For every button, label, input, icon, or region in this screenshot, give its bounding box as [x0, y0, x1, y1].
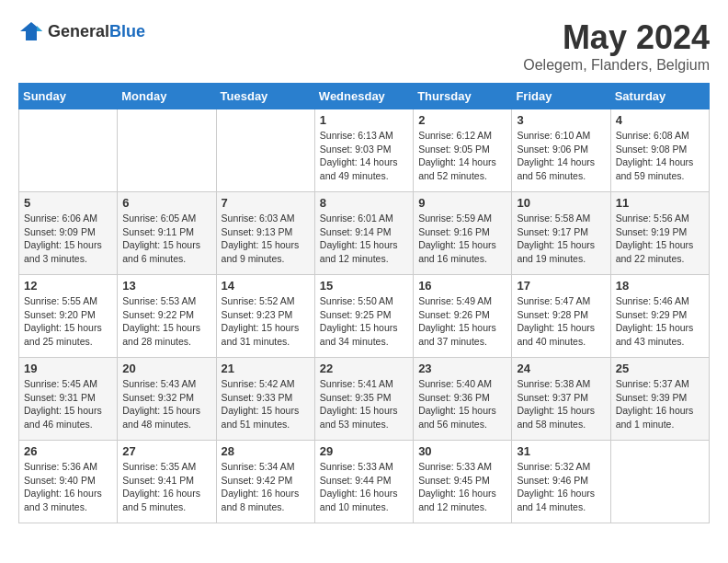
calendar-header: Sunday Monday Tuesday Wednesday Thursday… [19, 84, 710, 109]
cell-2-2: 14Sunrise: 5:52 AM Sunset: 9:23 PM Dayli… [216, 275, 314, 358]
week-row-2: 12Sunrise: 5:55 AM Sunset: 9:20 PM Dayli… [19, 275, 710, 358]
cell-3-2: 21Sunrise: 5:42 AM Sunset: 9:33 PM Dayli… [216, 358, 314, 441]
day-number-2-5: 17 [517, 279, 605, 293]
day-info-0-6: Sunrise: 6:08 AM Sunset: 9:08 PM Dayligh… [616, 129, 704, 183]
cell-4-6 [610, 441, 709, 523]
day-number-3-3: 22 [320, 362, 408, 375]
header-friday: Friday [512, 84, 610, 109]
day-number-4-4: 30 [418, 444, 506, 458]
cell-1-4: 9Sunrise: 5:59 AM Sunset: 9:16 PM Daylig… [414, 192, 512, 275]
month-title: May 2024 [523, 18, 710, 57]
day-info-3-5: Sunrise: 5:38 AM Sunset: 9:37 PM Dayligh… [517, 377, 605, 431]
day-info-2-0: Sunrise: 5:55 AM Sunset: 9:20 PM Dayligh… [24, 294, 112, 349]
logo-blue: Blue [109, 22, 145, 40]
day-info-3-3: Sunrise: 5:41 AM Sunset: 9:35 PM Dayligh… [320, 377, 408, 431]
day-number-4-1: 27 [122, 444, 210, 458]
day-info-3-4: Sunrise: 5:40 AM Sunset: 9:36 PM Dayligh… [418, 377, 506, 431]
cell-0-1 [118, 109, 216, 192]
cell-1-3: 8Sunrise: 6:01 AM Sunset: 9:14 PM Daylig… [314, 192, 413, 275]
cell-2-0: 12Sunrise: 5:55 AM Sunset: 9:20 PM Dayli… [19, 275, 118, 358]
day-info-4-3: Sunrise: 5:33 AM Sunset: 9:44 PM Dayligh… [320, 460, 408, 514]
day-info-1-5: Sunrise: 5:58 AM Sunset: 9:17 PM Dayligh… [517, 212, 605, 266]
day-info-3-2: Sunrise: 5:42 AM Sunset: 9:33 PM Dayligh… [222, 377, 310, 431]
cell-1-5: 10Sunrise: 5:58 AM Sunset: 9:17 PM Dayli… [512, 192, 610, 275]
day-info-4-0: Sunrise: 5:36 AM Sunset: 9:40 PM Dayligh… [24, 460, 112, 514]
header-row: Sunday Monday Tuesday Wednesday Thursday… [19, 84, 710, 109]
cell-1-6: 11Sunrise: 5:56 AM Sunset: 9:19 PM Dayli… [610, 192, 709, 275]
day-number-1-5: 10 [517, 196, 605, 210]
cell-3-6: 25Sunrise: 5:37 AM Sunset: 9:39 PM Dayli… [610, 358, 709, 441]
title-block: May 2024 Oelegem, Flanders, Belgium [523, 18, 710, 74]
day-info-2-1: Sunrise: 5:53 AM Sunset: 9:22 PM Dayligh… [122, 294, 210, 349]
calendar-body: 1Sunrise: 6:13 AM Sunset: 9:03 PM Daylig… [19, 109, 710, 523]
logo-general: General [48, 22, 109, 40]
day-number-2-1: 13 [122, 279, 210, 293]
day-info-1-3: Sunrise: 6:01 AM Sunset: 9:14 PM Dayligh… [320, 212, 408, 266]
day-info-2-5: Sunrise: 5:47 AM Sunset: 9:28 PM Dayligh… [517, 294, 605, 349]
cell-4-2: 28Sunrise: 5:34 AM Sunset: 9:42 PM Dayli… [216, 441, 314, 523]
header-saturday: Saturday [610, 84, 709, 109]
header-wednesday: Wednesday [314, 84, 413, 109]
header-tuesday: Tuesday [216, 84, 314, 109]
cell-2-3: 15Sunrise: 5:50 AM Sunset: 9:25 PM Dayli… [314, 275, 413, 358]
day-number-1-3: 8 [320, 196, 408, 210]
day-number-3-0: 19 [24, 362, 112, 375]
cell-0-2 [216, 109, 314, 192]
week-row-3: 19Sunrise: 5:45 AM Sunset: 9:31 PM Dayli… [19, 358, 710, 441]
day-number-4-2: 28 [222, 444, 310, 458]
day-info-1-1: Sunrise: 6:05 AM Sunset: 9:11 PM Dayligh… [122, 212, 210, 266]
day-info-2-3: Sunrise: 5:50 AM Sunset: 9:25 PM Dayligh… [320, 294, 408, 349]
day-number-2-4: 16 [418, 279, 506, 293]
day-number-3-6: 25 [616, 362, 704, 375]
cell-4-0: 26Sunrise: 5:36 AM Sunset: 9:40 PM Dayli… [19, 441, 118, 523]
day-number-2-3: 15 [320, 279, 408, 293]
day-info-1-6: Sunrise: 5:56 AM Sunset: 9:19 PM Dayligh… [616, 212, 704, 266]
day-info-1-0: Sunrise: 6:06 AM Sunset: 9:09 PM Dayligh… [24, 212, 112, 266]
day-number-1-4: 9 [418, 196, 506, 210]
page-header: GeneralBlue May 2024 Oelegem, Flanders, … [18, 18, 710, 74]
day-number-2-6: 18 [616, 279, 704, 293]
logo: GeneralBlue [18, 18, 145, 44]
day-info-0-3: Sunrise: 6:13 AM Sunset: 9:03 PM Dayligh… [320, 129, 408, 183]
day-info-0-4: Sunrise: 6:12 AM Sunset: 9:05 PM Dayligh… [418, 129, 506, 183]
header-sunday: Sunday [19, 84, 118, 109]
day-info-3-0: Sunrise: 5:45 AM Sunset: 9:31 PM Dayligh… [24, 377, 112, 431]
cell-2-6: 18Sunrise: 5:46 AM Sunset: 9:29 PM Dayli… [610, 275, 709, 358]
day-info-2-4: Sunrise: 5:49 AM Sunset: 9:26 PM Dayligh… [418, 294, 506, 349]
day-number-0-5: 3 [517, 113, 605, 127]
day-number-4-5: 31 [517, 444, 605, 458]
day-number-1-6: 11 [616, 196, 704, 210]
cell-2-4: 16Sunrise: 5:49 AM Sunset: 9:26 PM Dayli… [414, 275, 512, 358]
day-info-3-6: Sunrise: 5:37 AM Sunset: 9:39 PM Dayligh… [616, 377, 704, 431]
cell-2-1: 13Sunrise: 5:53 AM Sunset: 9:22 PM Dayli… [118, 275, 216, 358]
day-number-3-5: 24 [517, 362, 605, 375]
cell-0-3: 1Sunrise: 6:13 AM Sunset: 9:03 PM Daylig… [314, 109, 413, 192]
logo-text: GeneralBlue [48, 22, 145, 41]
cell-3-3: 22Sunrise: 5:41 AM Sunset: 9:35 PM Dayli… [314, 358, 413, 441]
day-info-1-2: Sunrise: 6:03 AM Sunset: 9:13 PM Dayligh… [222, 212, 310, 266]
location-title: Oelegem, Flanders, Belgium [523, 57, 710, 74]
header-monday: Monday [118, 84, 216, 109]
day-info-4-2: Sunrise: 5:34 AM Sunset: 9:42 PM Dayligh… [222, 460, 310, 514]
day-info-0-5: Sunrise: 6:10 AM Sunset: 9:06 PM Dayligh… [517, 129, 605, 183]
cell-3-4: 23Sunrise: 5:40 AM Sunset: 9:36 PM Dayli… [414, 358, 512, 441]
cell-1-0: 5Sunrise: 6:06 AM Sunset: 9:09 PM Daylig… [19, 192, 118, 275]
day-info-1-4: Sunrise: 5:59 AM Sunset: 9:16 PM Dayligh… [418, 212, 506, 266]
week-row-0: 1Sunrise: 6:13 AM Sunset: 9:03 PM Daylig… [19, 109, 710, 192]
day-number-3-2: 21 [222, 362, 310, 375]
day-info-4-5: Sunrise: 5:32 AM Sunset: 9:46 PM Dayligh… [517, 460, 605, 514]
week-row-4: 26Sunrise: 5:36 AM Sunset: 9:40 PM Dayli… [19, 441, 710, 523]
day-number-3-1: 20 [122, 362, 210, 375]
header-thursday: Thursday [414, 84, 512, 109]
cell-2-5: 17Sunrise: 5:47 AM Sunset: 9:28 PM Dayli… [512, 275, 610, 358]
day-number-1-1: 6 [122, 196, 210, 210]
day-number-1-0: 5 [24, 196, 112, 210]
cell-4-5: 31Sunrise: 5:32 AM Sunset: 9:46 PM Dayli… [512, 441, 610, 523]
day-number-0-4: 2 [418, 113, 506, 127]
cell-0-0 [19, 109, 118, 192]
cell-4-1: 27Sunrise: 5:35 AM Sunset: 9:41 PM Dayli… [118, 441, 216, 523]
day-info-4-1: Sunrise: 5:35 AM Sunset: 9:41 PM Dayligh… [122, 460, 210, 514]
day-number-0-3: 1 [320, 113, 408, 127]
cell-0-4: 2Sunrise: 6:12 AM Sunset: 9:05 PM Daylig… [414, 109, 512, 192]
cell-0-6: 4Sunrise: 6:08 AM Sunset: 9:08 PM Daylig… [610, 109, 709, 192]
